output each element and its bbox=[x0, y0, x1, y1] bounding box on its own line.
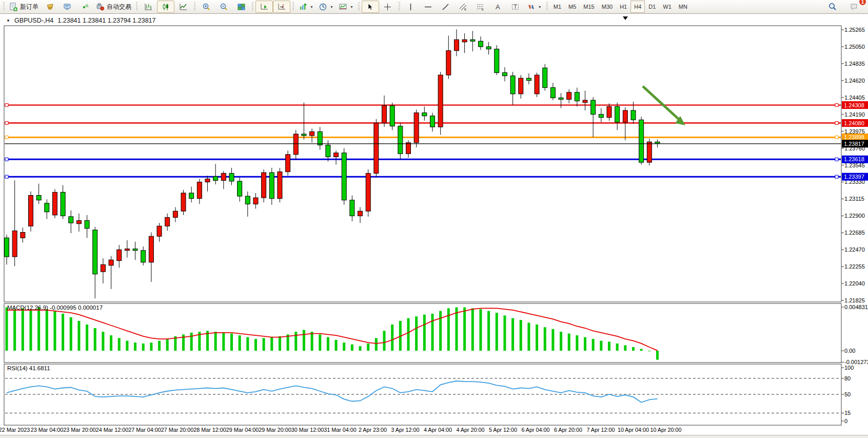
line-handle[interactable] bbox=[5, 122, 8, 125]
zoom-out-button[interactable] bbox=[215, 1, 232, 13]
timeframe-M5[interactable]: M5 bbox=[565, 1, 580, 13]
candle-body bbox=[526, 78, 531, 81]
line-handle[interactable] bbox=[5, 175, 8, 178]
macd-histogram-bar bbox=[335, 340, 338, 351]
macd-histogram-bar bbox=[608, 341, 610, 351]
macd-histogram-bar bbox=[479, 309, 482, 351]
templates-button[interactable]: ▼ bbox=[336, 1, 356, 13]
macd-histogram-bar bbox=[536, 325, 538, 351]
macd-histogram-bar bbox=[319, 334, 321, 351]
price-chart[interactable]: 1.252651.250501.248351.246201.244051.241… bbox=[0, 14, 868, 434]
candle-body bbox=[141, 251, 146, 262]
timeframe-H1[interactable]: H1 bbox=[616, 1, 630, 13]
timeframe-MN[interactable]: MN bbox=[675, 1, 691, 13]
chart-menu-caret-icon[interactable]: ▼ bbox=[6, 18, 10, 23]
macd-histogram-bar bbox=[279, 336, 281, 351]
line-handle[interactable] bbox=[5, 136, 8, 139]
candle-body bbox=[85, 221, 89, 228]
svg-text:4 Apr 20:00: 4 Apr 20:00 bbox=[456, 427, 484, 433]
macd-histogram-bar bbox=[496, 313, 498, 351]
macd-histogram-bar bbox=[118, 338, 121, 351]
toolbar-grip[interactable] bbox=[194, 2, 195, 11]
alerts-button[interactable] bbox=[41, 1, 58, 13]
toolbar-grip[interactable] bbox=[399, 2, 400, 11]
crosshair-button[interactable] bbox=[379, 1, 397, 13]
line-handle[interactable] bbox=[835, 175, 838, 178]
candle-body bbox=[454, 40, 459, 50]
fibonacci-icon: F bbox=[476, 3, 485, 11]
macd-histogram-bar bbox=[287, 334, 289, 351]
toolbar-grip[interactable] bbox=[136, 2, 137, 11]
notifications-button[interactable]: 1 bbox=[845, 1, 863, 13]
timeframe-M15[interactable]: M15 bbox=[580, 1, 598, 13]
candle-body bbox=[615, 106, 620, 122]
macd-histogram-bar bbox=[511, 318, 514, 351]
pane-frames bbox=[4, 26, 841, 425]
candle-body bbox=[422, 113, 427, 116]
text-label-button[interactable]: T bbox=[507, 1, 524, 13]
signals-button[interactable] bbox=[76, 1, 93, 13]
candle-body bbox=[567, 92, 571, 100]
indicators-button[interactable]: ▼ bbox=[296, 1, 316, 13]
auto-scroll-button[interactable] bbox=[255, 1, 273, 13]
macd-histogram-bar bbox=[150, 342, 152, 351]
toolbar-grip[interactable] bbox=[252, 2, 253, 11]
scroll-position-marker[interactable] bbox=[623, 16, 628, 20]
search-button[interactable] bbox=[824, 1, 841, 13]
timeframe-D1[interactable]: D1 bbox=[645, 1, 659, 13]
macd-histogram-bar bbox=[544, 327, 546, 351]
text-button[interactable]: A bbox=[489, 1, 507, 13]
metaeditor-button[interactable] bbox=[58, 1, 76, 13]
toolbar-grip[interactable] bbox=[546, 2, 548, 11]
chart-shift-button[interactable] bbox=[273, 1, 290, 13]
mt4-application: { "toolbar": { "new_order_label": "新订单",… bbox=[0, 0, 868, 438]
candle-body bbox=[495, 49, 499, 73]
timeframe-M30[interactable]: M30 bbox=[598, 1, 616, 13]
toolbar-grip[interactable] bbox=[3, 2, 5, 11]
vertical-line-button[interactable] bbox=[402, 1, 420, 13]
svg-text:10 Apr 20:00: 10 Apr 20:00 bbox=[650, 427, 681, 433]
timeframe-H4[interactable]: H4 bbox=[630, 1, 645, 13]
candle-body bbox=[181, 193, 186, 211]
line-handle[interactable] bbox=[835, 104, 838, 107]
horizontal-line-button[interactable] bbox=[420, 1, 437, 13]
candle-body bbox=[5, 238, 9, 257]
bar-chart-icon bbox=[144, 3, 153, 11]
periods-button[interactable]: ▼ bbox=[316, 1, 336, 13]
candle-body bbox=[310, 131, 314, 136]
line-handle[interactable] bbox=[835, 122, 838, 125]
line-handle[interactable] bbox=[835, 158, 838, 161]
arrow-objects-button[interactable]: ▼ bbox=[524, 1, 544, 13]
macd-histogram-bar bbox=[455, 308, 458, 351]
chart-header[interactable]: ▼ GBPUSD-,H4 1.23841 1.23841 1.23794 1.2… bbox=[6, 17, 155, 24]
zoom-in-button[interactable] bbox=[198, 1, 215, 13]
candlestick-chart-button[interactable] bbox=[157, 1, 174, 13]
candle-body bbox=[470, 40, 475, 41]
line-handle[interactable] bbox=[835, 136, 838, 139]
macd-histogram-bar bbox=[407, 318, 410, 351]
toolbar-grip[interactable] bbox=[292, 2, 294, 11]
candle-body bbox=[262, 173, 266, 198]
line-handle[interactable] bbox=[5, 158, 8, 161]
timeframe-W1[interactable]: W1 bbox=[659, 1, 675, 13]
candle-body bbox=[213, 177, 218, 181]
svg-text:1.24835: 1.24835 bbox=[844, 61, 865, 67]
line-chart-button[interactable] bbox=[174, 1, 192, 13]
candle-body bbox=[406, 143, 411, 154]
macd-histogram-bar bbox=[110, 335, 112, 351]
tile-windows-button[interactable] bbox=[232, 1, 250, 13]
line-handle[interactable] bbox=[5, 104, 8, 107]
trendline-button[interactable] bbox=[437, 1, 455, 13]
candle-body bbox=[358, 211, 363, 216]
fibonacci-button[interactable]: F bbox=[472, 1, 489, 13]
timeframe-M1[interactable]: M1 bbox=[550, 1, 565, 13]
cursor-button[interactable] bbox=[362, 1, 379, 13]
candle-body bbox=[76, 221, 81, 224]
new-order-button[interactable]: 新订单 bbox=[7, 1, 41, 13]
equidistant-channel-button[interactable]: E bbox=[455, 1, 472, 13]
toolbar-grip[interactable] bbox=[358, 2, 360, 11]
bar-chart-button[interactable] bbox=[140, 1, 157, 13]
svg-text:1.25265: 1.25265 bbox=[844, 27, 865, 33]
auto-trading-button[interactable]: 自动交易 bbox=[93, 1, 134, 13]
macd-histogram-bar bbox=[584, 337, 586, 351]
